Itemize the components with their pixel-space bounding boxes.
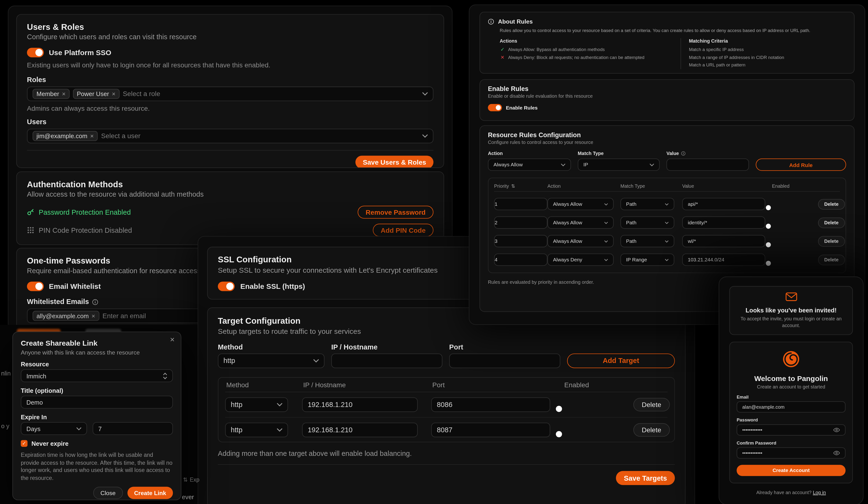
background-text-fragment: nlin (1, 370, 11, 376)
table-row: http Delete (225, 417, 668, 442)
rule-match-select[interactable]: Path (620, 216, 674, 229)
never-expire-checkbox[interactable]: ✓ (21, 440, 28, 447)
rule-action-select[interactable]: Always Allow (488, 158, 571, 171)
criteria-line: Match a URL path or pattern (689, 61, 846, 69)
sso-hint: Existing users will only have to login o… (27, 61, 434, 69)
rule-priority-input[interactable] (494, 198, 547, 210)
rule-action-select[interactable]: Always Allow (547, 235, 614, 247)
sort-icon: ⇅ (183, 476, 188, 483)
role-chip[interactable]: Power User× (73, 89, 120, 99)
remove-password-button[interactable]: Remove Password (358, 206, 434, 219)
user-chip[interactable]: jim@example.com× (32, 131, 97, 141)
rule-value-input[interactable] (666, 158, 749, 171)
rule-value-input[interactable] (682, 235, 765, 247)
chip-remove-icon[interactable]: × (92, 313, 95, 319)
delete-rule-button[interactable]: Delete (818, 217, 845, 228)
row-ip-input[interactable] (302, 422, 418, 437)
users-placeholder: Select a user (101, 132, 141, 140)
rule-priority-input[interactable] (494, 216, 547, 229)
delete-rule-button[interactable]: Delete (818, 236, 845, 246)
port-label: Port (449, 343, 560, 351)
chevron-down-icon (76, 427, 82, 430)
chip-remove-icon[interactable]: × (90, 133, 94, 139)
rule-value-input[interactable] (682, 216, 765, 229)
chevron-down-icon (422, 92, 428, 95)
chip-remove-icon[interactable]: × (62, 91, 66, 97)
method-select[interactable]: http (218, 354, 324, 368)
close-button[interactable]: Close (93, 487, 123, 499)
password-field[interactable]: •••••••••••• (737, 424, 846, 436)
table-row: Always Allow Path Delete (494, 198, 840, 210)
expire-unit-select[interactable]: Days (21, 422, 87, 435)
row-method-select[interactable]: http (225, 422, 288, 437)
confirm-password-field[interactable]: •••••••••••• (737, 447, 846, 459)
rule-value-input[interactable] (682, 253, 765, 266)
eye-icon[interactable] (833, 451, 840, 455)
rule-priority-input[interactable] (494, 253, 547, 266)
background-text-fragment: ever (182, 493, 194, 500)
delete-rule-button[interactable]: Delete (818, 254, 845, 265)
enable-rules-toggle[interactable] (488, 104, 502, 111)
auth-methods-card: Authentication Methods Allow access to t… (16, 171, 444, 245)
platform-sso-toggle[interactable] (27, 48, 44, 57)
save-targets-button[interactable]: Save Targets (616, 471, 675, 485)
rule-match-select[interactable]: IP Range (620, 253, 674, 266)
rule-value-input[interactable] (682, 198, 765, 210)
add-target-button[interactable]: Add Target (567, 354, 675, 368)
sort-icon[interactable]: ⇅ (511, 183, 515, 189)
targets-table-header: Method IP / Hostname Port Enabled (225, 377, 668, 392)
add-pin-button[interactable]: Add PIN Code (373, 224, 434, 236)
rule-action-select[interactable]: Always Allow (547, 198, 614, 210)
email-chip[interactable]: ally@example.com× (32, 311, 99, 321)
table-row: Always Deny IP Range Delete (494, 253, 840, 266)
eye-icon[interactable] (833, 428, 840, 432)
role-chip[interactable]: Member× (32, 89, 70, 99)
load-balancing-hint: Adding more than one target above will e… (218, 450, 675, 457)
resource-select[interactable]: Immich (21, 369, 173, 382)
rule-match-select[interactable]: Path (620, 235, 674, 247)
actions-col-title: Actions (500, 38, 681, 44)
create-account-button[interactable]: Create Account (737, 465, 846, 476)
rules-table: Priority⇅ Action Match Type Value Enable… (488, 178, 846, 273)
row-method-select[interactable]: http (225, 397, 288, 412)
rule-match-select[interactable]: IP (578, 158, 660, 171)
value-label: Value (666, 151, 679, 156)
email-field[interactable] (737, 401, 846, 413)
platform-sso-label: Use Platform SSO (49, 48, 111, 57)
delete-target-button[interactable]: Delete (633, 398, 670, 411)
add-rule-button[interactable]: Add Rule (756, 158, 846, 171)
delete-rule-button[interactable]: Delete (818, 199, 845, 209)
x-icon: ✕ (500, 54, 505, 61)
match-type-label: Match Type (578, 151, 660, 156)
row-ip-input[interactable] (302, 397, 418, 412)
ip-input[interactable] (331, 354, 442, 368)
title-input[interactable] (21, 396, 173, 409)
enable-rules-subtitle: Enable or disable rule evaluation for th… (488, 93, 846, 99)
rules-table-header: Priority⇅ Action Match Type Value Enable… (494, 181, 840, 192)
email-whitelist-toggle[interactable] (27, 282, 44, 291)
table-row: Always Allow Path Delete (494, 235, 840, 247)
delete-target-button[interactable]: Delete (633, 423, 670, 436)
users-multiselect[interactable]: jim@example.com× Select a user (27, 129, 434, 143)
create-link-button[interactable]: Create Link (127, 487, 173, 499)
row-port-input[interactable] (431, 422, 550, 437)
confirm-password-label: Confirm Password (737, 441, 846, 446)
rule-match-select[interactable]: Path (620, 198, 674, 210)
enable-ssl-toggle[interactable] (218, 282, 235, 291)
login-link[interactable]: Log in (813, 490, 826, 495)
chip-remove-icon[interactable]: × (112, 91, 115, 97)
info-icon (92, 299, 99, 305)
roles-multiselect[interactable]: Member× Power User× Select a role (27, 87, 434, 101)
row-port-input[interactable] (431, 397, 550, 412)
auth-methods-title: Authentication Methods (27, 179, 434, 189)
rule-priority-input[interactable] (494, 235, 547, 247)
expire-value-input[interactable] (93, 422, 173, 435)
port-input[interactable] (449, 354, 560, 368)
password-status: Password Protection Enabled (39, 208, 131, 216)
signup-card: Welcome to Pangolin Create an account to… (729, 342, 853, 483)
close-icon[interactable]: × (170, 335, 175, 343)
save-users-roles-button[interactable]: Save Users & Roles (355, 156, 434, 168)
rule-action-select[interactable]: Always Allow (547, 216, 614, 229)
chevrons-up-down-icon (163, 372, 167, 379)
rule-action-select[interactable]: Always Deny (547, 253, 614, 266)
